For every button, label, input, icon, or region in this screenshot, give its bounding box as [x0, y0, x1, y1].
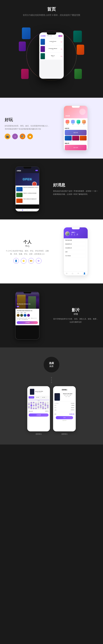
float-card-1 — [22, 28, 31, 39]
seat-2-8[interactable] — [45, 404, 46, 405]
fun-icon-1[interactable]: 🎬 — [5, 134, 10, 139]
personal-icon-4[interactable]: ⚙ — [36, 258, 42, 264]
seat-4-4[interactable] — [35, 406, 37, 408]
tab-showing[interactable]: 正在热映 — [41, 35, 46, 37]
personal-menu-item-5[interactable]: 关注与粉丝 › — [65, 254, 86, 258]
seat-5-9[interactable] — [47, 408, 49, 409]
fun-icon-2[interactable]: ♪ — [12, 134, 18, 139]
personal-icon-3[interactable]: 🎫 — [28, 258, 34, 264]
seat-2-1[interactable] — [28, 404, 30, 405]
movie-buy-button[interactable]: 立即购票 — [17, 321, 38, 324]
movie-item-2[interactable]: A Fantastic Woman 剧情 8.8 — [40, 46, 63, 52]
movie-item-3[interactable]: WALL·E 动画 9.3 — [40, 53, 63, 60]
news-nav-3[interactable] — [27, 210, 28, 210]
personal-menu-label-1: 我的电影收藏 — [65, 240, 72, 241]
seat-2-2[interactable] — [31, 404, 32, 405]
order-label-3: 影厅 — [54, 407, 56, 408]
fun-icon-4[interactable]: ◆ — [27, 134, 33, 139]
seat-3-3[interactable] — [33, 405, 34, 406]
personal-menu-item-2[interactable]: 我的购票记录 › — [65, 242, 86, 246]
news-list-item-2[interactable]: 最新娱乐八卦明星动态消息更新 — [16, 192, 38, 198]
order-info: Ghost in the Shell 动作 / 科幻 / 冒险2017 · 日本 — [61, 393, 74, 401]
movie-item-1[interactable]: Loving Vincent 动画 9.2 — [40, 38, 63, 45]
fun-grid-item-2[interactable]: 音乐 — [70, 119, 75, 126]
seat-2-5[interactable] — [38, 404, 39, 405]
fun-grid-item-1[interactable]: 电影 — [65, 119, 70, 126]
seat-1-9[interactable] — [47, 402, 49, 403]
order-cancel-button[interactable]: 取消订单 — [54, 420, 74, 421]
seat-4-3[interactable] — [33, 406, 34, 408]
seat-3-7[interactable] — [42, 405, 44, 406]
personal-nav-home[interactable]: ⊞ — [66, 272, 67, 274]
seat-3-1[interactable] — [28, 405, 30, 406]
seat-4-7[interactable] — [42, 406, 44, 408]
seat-3-2[interactable] — [31, 405, 32, 406]
seat-5-5[interactable] — [38, 408, 39, 409]
seat-4-8[interactable] — [45, 406, 46, 408]
seat-2-3[interactable] — [33, 404, 34, 405]
time-btn-3[interactable]: 6:00 PM — [41, 396, 46, 398]
tab-coming[interactable]: 即将上映 — [47, 35, 52, 37]
seat-5-3[interactable] — [33, 408, 34, 409]
personal-nav-me[interactable]: 👤 — [83, 272, 86, 274]
fun-icon-4-label: ◆ — [29, 135, 31, 138]
order-movie-title: Ghost in the Shell — [61, 393, 74, 394]
screen-label: 荧幕 — [28, 400, 49, 402]
float-card-3 — [73, 30, 82, 42]
personal-nav-msg[interactable]: ✉ — [77, 272, 79, 274]
seat-1-1[interactable] — [28, 402, 30, 403]
seat-date: 2017-04-19 — [35, 392, 43, 393]
seat-5-8[interactable] — [45, 408, 46, 409]
seat-4-5[interactable] — [38, 406, 39, 408]
seat-5-1[interactable] — [28, 408, 30, 409]
seat-2-6[interactable] — [40, 404, 42, 405]
news-nav-4[interactable] — [32, 210, 33, 210]
movie-info-2: A Fantastic Woman 剧情 — [46, 48, 60, 50]
personal-nav-discover[interactable]: ◎ — [72, 272, 73, 274]
seat-1-7[interactable] — [42, 402, 44, 403]
float-card-6 — [74, 69, 82, 79]
seat-1-4[interactable] — [35, 402, 37, 403]
seat-3-6[interactable] — [40, 405, 42, 406]
seat-1-5[interactable] — [38, 402, 39, 403]
seat-4-9[interactable] — [47, 406, 49, 408]
phone-notch — [47, 32, 56, 35]
seat-4-2[interactable] — [31, 406, 32, 408]
personal-menu-item-3[interactable]: 历史观看记录 › — [65, 246, 86, 250]
seat-5-7[interactable] — [42, 408, 44, 409]
seat-3-5[interactable] — [38, 405, 39, 406]
time-btn-1[interactable]: 11:30 AM — [29, 396, 34, 398]
time-btn-2[interactable]: 3:00 PM — [35, 396, 40, 398]
news-nav-1[interactable] — [17, 210, 18, 210]
order-pay-button[interactable]: 支付 — [56, 416, 73, 419]
personal-menu-item-1[interactable]: 我的电影收藏 › — [65, 238, 86, 242]
news-list-item-1[interactable]: 电影资讯头条新闻内容简介介绍文字 — [16, 186, 38, 192]
fun-grid-item-4[interactable]: 社区 — [81, 119, 86, 126]
seat-1-2[interactable] — [31, 402, 32, 403]
news-nav-5[interactable] — [36, 210, 37, 210]
seat-5-4[interactable] — [35, 408, 37, 409]
news-list-item-3[interactable]: 影视行业最新动态专题报道文章 — [16, 198, 38, 204]
news-nav-2[interactable] — [22, 210, 23, 210]
seat-5-6[interactable] — [40, 408, 42, 409]
seat-4-1[interactable] — [28, 406, 30, 408]
seat-back-icon[interactable]: ‹ — [29, 391, 29, 392]
seat-buy-button[interactable]: 立即购票 — [29, 414, 49, 416]
personal-icon-1[interactable]: 👤 — [13, 258, 19, 264]
seat-5-2[interactable] — [31, 408, 32, 409]
personal-icon-2[interactable]: ⭐ — [21, 258, 27, 264]
personal-menu-item-4[interactable]: 设置 › — [65, 250, 86, 254]
seat-3-4[interactable] — [35, 405, 37, 406]
fun-grid-item-3[interactable]: 演出 — [76, 119, 81, 126]
seat-1-8[interactable] — [45, 402, 46, 403]
seat-2-4[interactable] — [35, 404, 37, 405]
seat-1-6[interactable] — [40, 402, 42, 403]
seat-2-9[interactable] — [47, 404, 49, 405]
movie-poster-2 — [41, 46, 45, 52]
fun-icon-3[interactable]: 🎭 — [20, 134, 25, 139]
seat-3-8[interactable] — [45, 405, 46, 406]
seat-4-6[interactable] — [40, 406, 42, 408]
seat-1-3[interactable] — [33, 402, 34, 403]
seat-2-7[interactable] — [42, 404, 44, 405]
seat-3-9[interactable] — [47, 405, 49, 406]
